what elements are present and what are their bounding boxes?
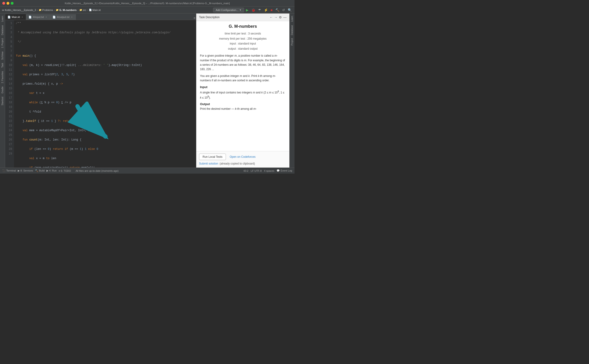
profile-button[interactable]: ⚡ <box>263 8 269 12</box>
maximize-button[interactable] <box>11 2 13 5</box>
breadcrumb-bar: 🗂 Kotlin_Heroes__Episode_3 › 📁 Problems … <box>0 6 294 13</box>
cursor-position[interactable]: 43:2 <box>243 169 248 172</box>
folder-icon-1: 📁 <box>39 9 41 11</box>
tab-label-output: 4/output.txt <box>57 16 69 18</box>
bottom-tab-todo[interactable]: ≡ 6: TODO <box>59 169 71 172</box>
input-section-title: Input <box>200 85 286 89</box>
statusbar-right: 43:2 LF UTF-8 4 spaces 💬 Event Log <box>243 169 292 172</box>
breadcrumb-item-src[interactable]: 📁 src <box>79 9 86 11</box>
meta-memory: memory limit per test : 256 megabytes <box>200 36 286 41</box>
dropdown-icon: ▼ <box>239 9 241 11</box>
task-description-panel: Task Description ← → ⚙ — G. M-numbers ti… <box>196 13 289 168</box>
statusbar: ⬛ Terminal ▶ 8: Services 🔨 Build ▶ 4: Ru… <box>0 168 294 174</box>
sidebar-item-sciview[interactable]: SciView <box>1 50 4 61</box>
output-section-title: Output <box>200 102 286 106</box>
close-button[interactable] <box>2 2 5 5</box>
sidebar-item-task[interactable]: Task <box>1 62 4 69</box>
breadcrumb-label-mnumbers: G. M-numbers <box>59 9 77 11</box>
task-actions-row1: Run Local Tests Open on Codeforces <box>199 154 287 160</box>
build-button[interactable]: 🔨 <box>274 8 280 12</box>
breadcrumb-label-problems: Problems <box>42 9 53 11</box>
project-icon: 🗂 <box>2 9 4 11</box>
event-log-icon: 💬 <box>276 169 280 172</box>
minimize-button[interactable] <box>7 2 9 5</box>
tab-close-output[interactable]: × <box>70 16 73 18</box>
sidebar-right-learn[interactable]: Learn <box>290 14 294 23</box>
breadcrumb-item-problems[interactable]: 📁 Problems <box>39 9 53 11</box>
task-actions-row2: Submit solution (already copied to clipb… <box>199 162 287 165</box>
sidebar-item-learn[interactable]: Learn <box>1 14 4 23</box>
task-header-title: Task Description <box>199 16 220 19</box>
add-configuration-button[interactable]: Add Configuration... ▼ <box>213 8 244 12</box>
breadcrumb-label-project: Kotlin_Heroes__Episode_3 <box>5 9 36 11</box>
bottom-tab-build[interactable]: 🔨 Build <box>35 169 45 172</box>
bottom-tab-services[interactable]: ▶ 8: Services <box>18 169 33 172</box>
breadcrumb-label-mainkt: Main.kt <box>92 9 100 11</box>
code-content[interactable]: /** * Accomplished using the EduTools pl… <box>14 20 196 168</box>
sidebar-item-gradle[interactable]: Gradle <box>1 85 4 95</box>
reload-button[interactable]: ↺ <box>281 8 286 12</box>
tab-label-mainkt: Main.kt <box>12 16 20 18</box>
meta-time: time limit per test : 3 seconds <box>200 31 286 36</box>
bottom-tab-terminal[interactable]: ⬛ Terminal <box>2 169 16 172</box>
tab-icon-output: 📄 <box>53 16 56 19</box>
task-close[interactable]: — <box>283 15 287 19</box>
tab-icon-mainkt: 📄 <box>7 16 11 19</box>
input-text: A single line of input contains two inte… <box>200 90 286 100</box>
task-desc-para2: You are given a positive integer m and k… <box>200 74 286 83</box>
tab-close-input[interactable]: × <box>45 16 48 18</box>
tab-bar: 📄 Main.kt × 📄 4/input.txt × 📄 4/output.t… <box>5 13 196 20</box>
folder-icon-2: 📁 <box>56 9 59 11</box>
breadcrumb-item-mnumbers[interactable]: 📁 G. M-numbers <box>56 9 77 11</box>
right-sidebar: Learn Database Project <box>289 13 294 168</box>
output-text: Print the desired number — k-th among al… <box>200 107 286 111</box>
breadcrumb-item-mainkt[interactable]: 📄 Main.kt <box>89 9 100 11</box>
run-local-tests-button[interactable]: Run Local Tests <box>199 154 226 160</box>
traffic-lights <box>2 2 13 5</box>
task-body: G. M-numbers time limit per test : 3 sec… <box>196 21 289 151</box>
tab-close-mainkt[interactable]: × <box>21 16 24 18</box>
task-header: Task Description ← → ⚙ — <box>196 13 289 21</box>
line-numbers: 12345 678910 1112131415 1617181920 21222… <box>5 20 14 168</box>
sidebar-item-favorites[interactable]: 2: Favorites <box>1 70 4 84</box>
breadcrumb-item-project[interactable]: 🗂 Kotlin_Heroes__Episode_3 <box>2 9 36 11</box>
task-footer: Run Local Tests Open on Codeforces Submi… <box>196 151 289 168</box>
submit-solution-link[interactable]: Submit solution <box>199 162 218 165</box>
indent-setting[interactable]: 4 spaces <box>264 169 274 172</box>
tab-output[interactable]: 📄 4/output.txt × <box>50 14 76 20</box>
folder-icon-3: 📁 <box>79 9 82 11</box>
search-button[interactable]: 🔍 <box>287 8 293 12</box>
meta-input: input : standard input <box>200 41 286 46</box>
tab-mainkt[interactable]: 📄 Main.kt × <box>5 14 26 20</box>
status-message: All files are up-to-date (moments ago) <box>76 169 119 172</box>
reader-mode-icon[interactable]: 👁 <box>193 17 196 20</box>
left-sidebar: Learn Database 1: Project SciView Task 2… <box>0 13 5 168</box>
sidebar-right-project[interactable]: Project <box>290 37 294 47</box>
submit-note: (already copied to clipboard) <box>220 162 255 165</box>
coverage-button[interactable]: ☂ <box>257 8 262 12</box>
sidebar-right-database[interactable]: Database <box>290 24 294 37</box>
tab-label-input: 4/input.txt <box>33 16 44 18</box>
task-nav-forward[interactable]: → <box>274 15 277 19</box>
task-nav-back[interactable]: ← <box>269 15 273 19</box>
bottom-tab-run[interactable]: ▶ 4: Run <box>47 169 56 172</box>
run-button[interactable]: ▶ <box>245 8 249 12</box>
code-editor[interactable]: 12345 678910 1112131415 1617181920 21222… <box>5 20 196 168</box>
titlebar: Kotlin_Heroes__Episode_3 [~/Documents/Ko… <box>0 0 294 6</box>
stop-button[interactable]: ■ <box>270 8 274 12</box>
file-icon: 📄 <box>89 9 92 11</box>
tab-input[interactable]: 📄 4/input.txt × <box>26 14 50 20</box>
task-desc-para1: For a given positive integer m, a positi… <box>200 54 286 72</box>
meta-output: output : standard output <box>200 46 286 52</box>
statusbar-left: ⬛ Terminal ▶ 8: Services 🔨 Build ▶ 4: Ru… <box>2 169 119 172</box>
sidebar-item-stardust[interactable]: Stardust <box>1 95 4 107</box>
tab-icon-input: 📄 <box>28 16 32 19</box>
sidebar-item-database[interactable]: Database <box>1 24 4 37</box>
debug-button[interactable]: 🐞 <box>250 8 256 12</box>
line-ending[interactable]: LF UTF-8 <box>251 169 261 172</box>
sidebar-item-project[interactable]: 1: Project <box>1 37 4 49</box>
event-log-button[interactable]: 💬 Event Log <box>276 169 292 172</box>
window-title: Kotlin_Heroes__Episode_3 [~/Documents/Ko… <box>65 2 230 5</box>
open-codeforces-link[interactable]: Open on Codeforces <box>230 155 255 158</box>
task-settings[interactable]: ⚙ <box>279 15 282 19</box>
